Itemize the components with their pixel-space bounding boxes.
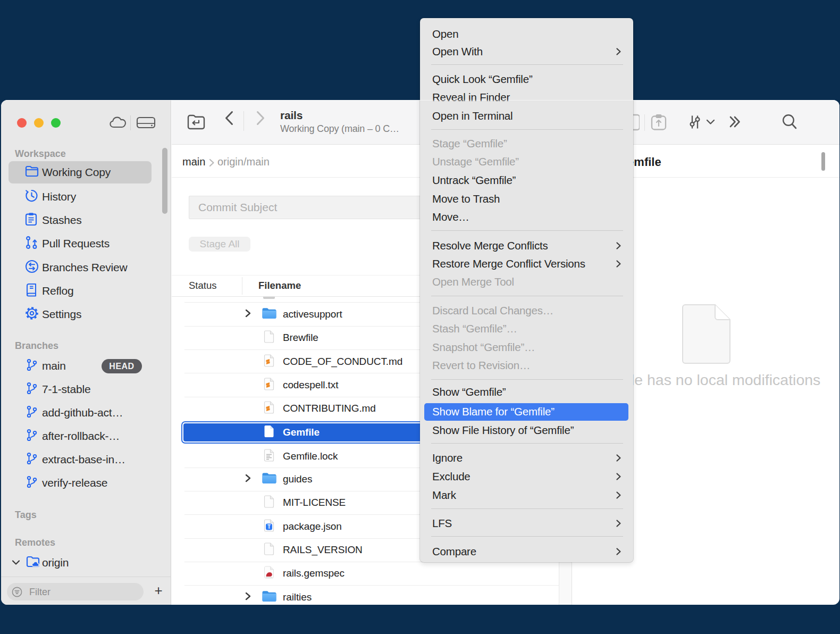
svg-text:T: T [267, 523, 271, 529]
